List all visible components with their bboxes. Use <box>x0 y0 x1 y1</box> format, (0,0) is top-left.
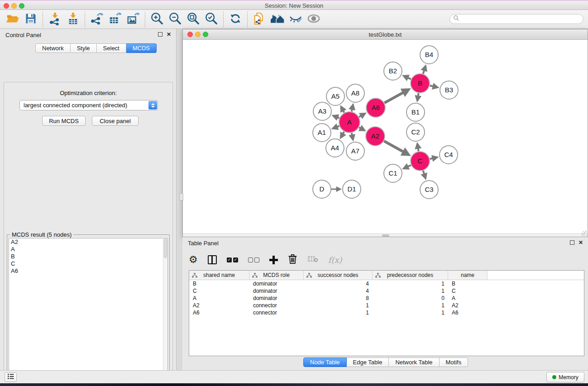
zoom-fit-button[interactable] <box>184 11 202 28</box>
graph-node-A4[interactable]: A4 <box>326 139 344 157</box>
network-window-titlebar[interactable]: testGlobe.txt <box>183 29 588 40</box>
graph-node-D[interactable]: D <box>313 180 331 198</box>
graph-edge-A-A7[interactable] <box>349 133 355 142</box>
tab-select[interactable]: Select <box>97 43 126 53</box>
home-view-button[interactable] <box>268 11 287 28</box>
graph-edge-C-C4[interactable] <box>430 155 439 162</box>
refresh-button[interactable] <box>226 11 244 28</box>
cell-shared-name[interactable]: A <box>189 295 249 301</box>
scrollbar-thumb[interactable] <box>164 239 167 258</box>
cell-mcds-role[interactable]: connector <box>249 310 304 316</box>
function-builder-button[interactable]: f(x) <box>328 255 342 265</box>
graph-node-A3[interactable]: A3 <box>313 102 331 120</box>
cell-name[interactable]: A2 <box>448 302 488 309</box>
zoom-out-button[interactable] <box>166 11 184 28</box>
column-header-shared-name[interactable]: shared name <box>189 271 249 280</box>
tab-motifs[interactable]: Motifs <box>440 357 468 367</box>
graph-node-B[interactable]: B <box>411 74 430 93</box>
cell-predecessor-nodes[interactable]: 1 <box>373 310 448 316</box>
result-item[interactable]: C <box>9 260 167 267</box>
table-row[interactable]: C dominator 4 1 C <box>189 287 584 295</box>
criterion-dropdown[interactable]: largest connected component (directed) <box>19 100 158 110</box>
cell-mcds-role[interactable]: dominator <box>249 281 304 287</box>
result-item[interactable]: B <box>9 253 167 260</box>
cell-predecessor-nodes[interactable]: 1 <box>373 288 448 294</box>
graph-node-B2[interactable]: B2 <box>384 62 402 80</box>
graph-node-A2[interactable]: A2 <box>366 127 385 146</box>
graph-edge-A-A6[interactable] <box>359 113 367 119</box>
tab-node-table[interactable]: Node Table <box>303 357 347 367</box>
column-header-successor-nodes[interactable]: successor nodes <box>304 271 373 280</box>
create-column-button[interactable] <box>269 256 278 264</box>
float-table-panel-button[interactable] <box>569 239 575 246</box>
search-field[interactable] <box>449 14 583 24</box>
cell-predecessor-nodes[interactable]: 1 <box>373 281 448 287</box>
cell-shared-name[interactable]: A6 <box>189 310 249 316</box>
result-scrollbar[interactable] <box>163 238 167 386</box>
cell-successor-nodes[interactable]: 8 <box>304 295 373 301</box>
delete-table-button[interactable] <box>307 255 318 264</box>
tab-mcds[interactable]: MCDS <box>126 43 157 53</box>
cell-name[interactable]: A <box>448 295 488 301</box>
cell-successor-nodes[interactable]: 1 <box>304 310 373 316</box>
graph-node-A7[interactable]: A7 <box>346 142 364 160</box>
search-input[interactable] <box>459 15 583 23</box>
tab-network[interactable]: Network <box>35 43 71 53</box>
hide-graphics-details-button[interactable] <box>287 11 305 28</box>
select-all-columns-button[interactable]: ✓✓ <box>227 257 238 262</box>
table-row[interactable]: A dominator 8 0 A <box>189 295 584 302</box>
cell-shared-name[interactable]: C <box>189 288 249 294</box>
table-row[interactable]: A6 connector 1 1 A6 <box>189 309 584 316</box>
import-table-button[interactable] <box>64 11 82 28</box>
delete-column-button[interactable] <box>288 254 297 266</box>
result-item[interactable]: A6 <box>9 267 167 275</box>
graph-node-A[interactable]: A <box>339 112 360 133</box>
graph-edge-D-D1[interactable] <box>331 186 342 192</box>
cell-predecessor-nodes[interactable]: 0 <box>373 295 448 301</box>
graph-node-C1[interactable]: C1 <box>384 164 402 182</box>
cell-name[interactable]: A6 <box>448 310 488 316</box>
cell-mcds-role[interactable]: dominator <box>249 288 304 294</box>
table-row[interactable]: B dominator 4 1 B <box>189 280 584 287</box>
mcds-result-list[interactable]: A2 A B C A6 <box>9 238 168 386</box>
close-panel-button[interactable]: ✕ <box>166 31 172 38</box>
splitter-handle[interactable] <box>179 193 183 200</box>
column-header-name[interactable]: name <box>448 271 488 280</box>
column-header-predecessor-nodes[interactable]: predecessor nodes <box>373 271 448 280</box>
export-image-button[interactable] <box>124 11 142 28</box>
graph-node-A1[interactable]: A1 <box>313 124 331 142</box>
graph-edge-B-B1[interactable] <box>415 93 421 103</box>
float-panel-button[interactable] <box>157 31 163 38</box>
cell-mcds-role[interactable]: dominator <box>249 295 304 301</box>
result-item[interactable]: A2 <box>9 238 167 246</box>
cell-name[interactable]: C <box>448 288 488 294</box>
save-session-button[interactable] <box>22 11 40 28</box>
graph-node-C4[interactable]: C4 <box>440 146 458 164</box>
graph-edge-A-A1[interactable] <box>331 124 339 130</box>
task-history-button[interactable] <box>5 372 17 382</box>
network-canvas[interactable]: AA1A3A5A8A4A7A6A2BB2B4B3B1CC2C4C1C3DD1 <box>183 40 588 234</box>
table-options-button[interactable]: ⚙ <box>189 255 198 265</box>
cell-successor-nodes[interactable]: 4 <box>304 288 373 294</box>
import-network-button[interactable] <box>46 11 64 28</box>
cell-successor-nodes[interactable]: 4 <box>304 281 373 287</box>
memory-button[interactable]: Memory <box>546 372 584 382</box>
tab-edge-table[interactable]: Edge Table <box>347 357 389 367</box>
hscrollbar-thumb[interactable] <box>382 234 389 237</box>
export-network-button[interactable] <box>88 11 106 28</box>
export-table-button[interactable] <box>106 11 124 28</box>
graph-node-A5[interactable]: A5 <box>326 87 344 105</box>
graph-edge-C-C2[interactable] <box>415 142 421 152</box>
show-columns-button[interactable] <box>208 255 217 264</box>
zoom-selected-button[interactable] <box>202 11 220 28</box>
graph-node-C2[interactable]: C2 <box>406 123 425 141</box>
cell-shared-name[interactable]: B <box>189 281 249 287</box>
resize-grip[interactable] <box>582 231 587 236</box>
graph-edge-A2-C[interactable] <box>384 141 411 156</box>
duplicate-network-button[interactable] <box>250 11 268 28</box>
graph-node-B3[interactable]: B3 <box>440 81 458 99</box>
close-table-panel-button[interactable]: ✕ <box>578 239 584 246</box>
close-panel-button-mcds[interactable]: Close panel <box>92 116 139 126</box>
graph-node-C3[interactable]: C3 <box>420 181 438 199</box>
graph-edge-C-C1[interactable] <box>402 163 411 170</box>
